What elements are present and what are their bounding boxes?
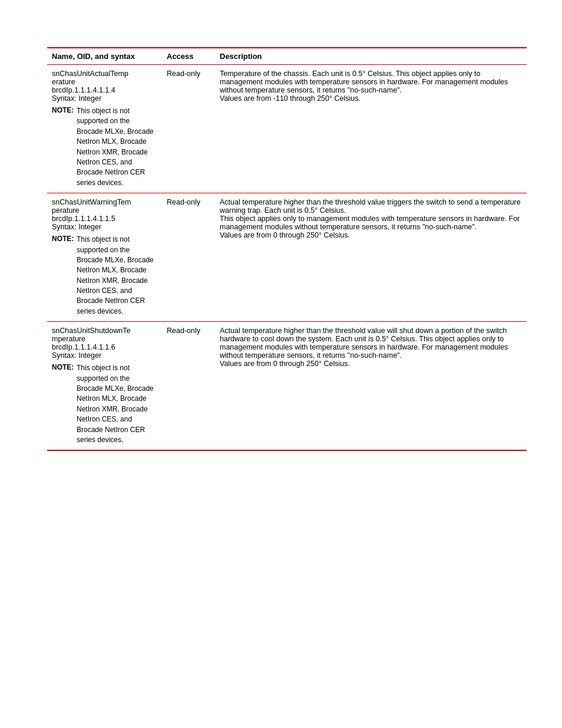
note-text: This object is not supported on the Broc…: [77, 106, 157, 188]
entry-oid: brcdIp.1.1.1.4.1.1.5: [52, 215, 157, 223]
table-row: snChasUnitActualTemperaturebrcdIp.1.1.1.…: [47, 65, 527, 193]
note-text: This object is not supported on the Broc…: [77, 235, 157, 317]
table-row: snChasUnitShutdownTemperaturebrcdIp.1.1.…: [47, 322, 527, 451]
entry-name: snChasUnitWarningTemperature: [52, 198, 157, 215]
page: Name, OID, and syntax Access Description…: [0, 0, 562, 475]
description-cell: Actual temperature higher than the thres…: [215, 322, 527, 451]
note-label: NOTE:: [52, 363, 74, 445]
access-cell: Read-only: [162, 65, 215, 193]
name-cell: snChasUnitActualTemperaturebrcdIp.1.1.1.…: [47, 65, 162, 193]
name-cell: snChasUnitWarningTemperaturebrcdIp.1.1.1…: [47, 193, 162, 322]
access-cell: Read-only: [162, 322, 215, 451]
entry-syntax: Syntax: Integer: [52, 94, 157, 103]
note-block: NOTE:This object is not supported on the…: [52, 106, 157, 188]
col-header-description: Description: [215, 48, 527, 65]
page-header: [47, 24, 527, 29]
entry-name: snChasUnitShutdownTemperature: [52, 327, 157, 343]
entry-oid: brcdIp.1.1.1.4.1.1.4: [52, 86, 157, 94]
table-row: snChasUnitWarningTemperaturebrcdIp.1.1.1…: [47, 193, 527, 322]
main-table: Name, OID, and syntax Access Description…: [47, 47, 527, 451]
entry-syntax: Syntax: Integer: [52, 223, 157, 231]
description-cell: Actual temperature higher than the thres…: [215, 193, 527, 322]
col-header-name: Name, OID, and syntax: [47, 48, 162, 65]
note-label: NOTE:: [52, 235, 74, 317]
note-label: NOTE:: [52, 106, 74, 188]
access-cell: Read-only: [162, 193, 215, 322]
name-cell: snChasUnitShutdownTemperaturebrcdIp.1.1.…: [47, 322, 162, 451]
description-cell: Temperature of the chassis. Each unit is…: [215, 65, 527, 193]
note-block: NOTE:This object is not supported on the…: [52, 235, 157, 317]
entry-syntax: Syntax: Integer: [52, 351, 157, 360]
note-block: NOTE:This object is not supported on the…: [52, 363, 157, 445]
entry-oid: brcdIp.1.1.1.4.1.1.6: [52, 343, 157, 351]
note-text: This object is not supported on the Broc…: [77, 363, 157, 445]
table-header-row: Name, OID, and syntax Access Description: [47, 48, 527, 65]
col-header-access: Access: [162, 48, 215, 65]
entry-name: snChasUnitActualTemperature: [52, 70, 157, 86]
